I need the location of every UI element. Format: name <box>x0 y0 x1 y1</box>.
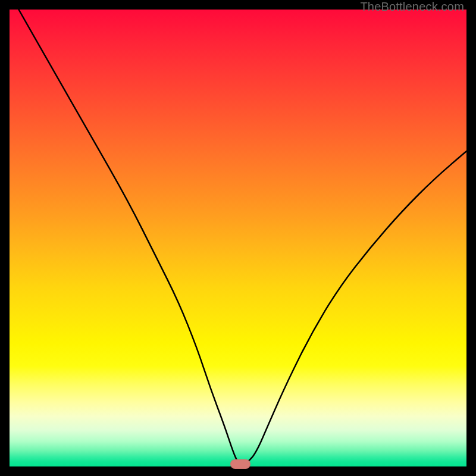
plot-area <box>10 10 466 466</box>
bottleneck-curve <box>10 10 466 466</box>
curve-path <box>18 10 466 464</box>
optimal-marker <box>230 459 250 469</box>
watermark-text: TheBottleneck.com <box>360 0 464 14</box>
chart-frame: TheBottleneck.com <box>0 0 476 476</box>
